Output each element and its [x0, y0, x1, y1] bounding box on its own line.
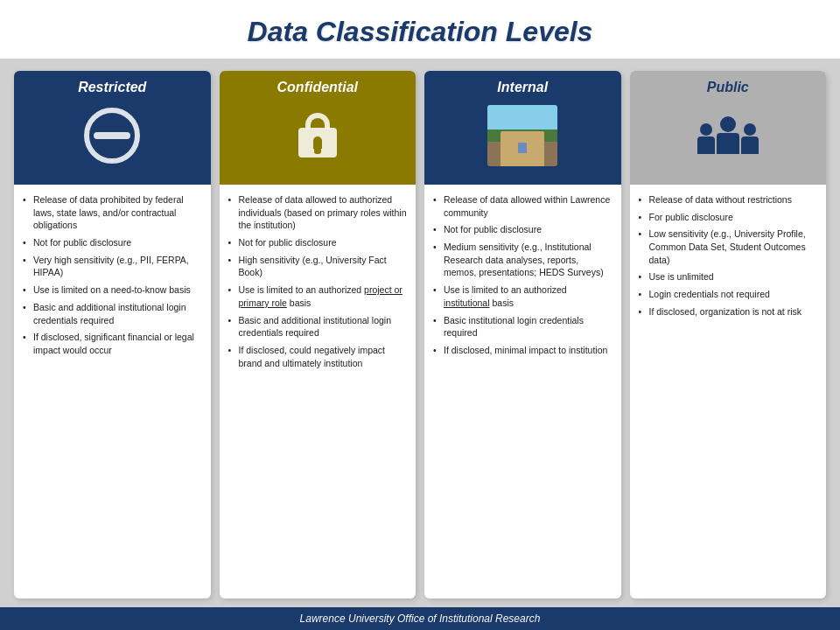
- col-body-internal: Release of data allowed within Lawrence …: [424, 185, 621, 598]
- person-body: [741, 136, 759, 154]
- lock-body: [298, 128, 337, 158]
- list-item: Use is limited to an authorized institut…: [433, 284, 612, 309]
- person-head: [700, 123, 712, 136]
- list-item: Use is limited on a need-to-know basis: [23, 284, 202, 297]
- list-item: Not for public disclosure: [433, 223, 612, 236]
- column-header-public: Public: [630, 71, 827, 185]
- title-area: Data Classification Levels: [0, 0, 840, 59]
- footer: Lawrence University Office of Institutio…: [0, 607, 840, 630]
- internal-list: Release of data allowed within Lawrence …: [433, 193, 612, 357]
- person-body: [717, 133, 739, 154]
- column-restricted: Restricted Release of data prohibited by…: [14, 71, 211, 598]
- lock-keyhole: [313, 136, 322, 149]
- list-item: If disclosed, could negatively impact br…: [228, 344, 408, 369]
- no-entry-icon: [84, 108, 140, 164]
- col-title-restricted: Restricted: [78, 80, 146, 95]
- list-item: Use is unlimited: [639, 270, 818, 284]
- person-head: [720, 116, 736, 132]
- list-item: Not for public disclosure: [23, 236, 202, 249]
- lock-shackle: [305, 113, 330, 129]
- restricted-icon-area: [77, 102, 147, 168]
- lock-icon: [298, 113, 337, 158]
- list-item: Use is limited to an authorized project …: [228, 284, 408, 309]
- person-icon-left: [697, 123, 715, 154]
- underline-institutional: institutional: [444, 298, 490, 308]
- confidential-list: Release of data allowed to authorized in…: [228, 193, 408, 369]
- col-body-confidential: Release of data allowed to authorized in…: [220, 185, 416, 598]
- list-item: Medium sensitivity (e.g., Institutional …: [433, 241, 612, 279]
- column-confidential: Confidential Release of data allowed to …: [220, 71, 416, 598]
- people-icon: [697, 116, 759, 154]
- column-header-restricted: Restricted: [14, 71, 211, 185]
- footer-text: Lawrence University Office of Institutio…: [300, 612, 541, 625]
- list-item: Low sensitivity (e.g., University Profil…: [639, 228, 818, 266]
- list-item: Release of data allowed to authorized in…: [228, 193, 408, 232]
- public-icon-area: [693, 102, 763, 168]
- list-item: Basic and additional institutional login…: [23, 301, 202, 326]
- page-title: Data Classification Levels: [0, 16, 840, 48]
- person-body: [697, 136, 715, 154]
- person-head: [744, 123, 756, 136]
- col-body-restricted: Release of data prohibited by federal la…: [14, 185, 211, 598]
- restricted-list: Release of data prohibited by federal la…: [23, 193, 202, 357]
- list-item: Basic institutional login credentials re…: [433, 314, 612, 340]
- person-icon-right: [741, 123, 759, 154]
- columns-area: Restricted Release of data prohibited by…: [0, 59, 840, 607]
- page: Data Classification Levels Restricted Re…: [0, 0, 840, 630]
- col-body-public: Release of data without restrictions For…: [630, 185, 827, 598]
- list-item: Release of data allowed within Lawrence …: [433, 193, 612, 219]
- list-item: Login credentials not required: [639, 288, 818, 301]
- list-item: If disclosed, significant financial or l…: [23, 331, 202, 356]
- list-item: Basic and additional institutional login…: [228, 314, 408, 340]
- list-item: If disclosed, organization is not at ris…: [639, 305, 818, 318]
- col-title-confidential: Confidential: [277, 80, 358, 95]
- public-list: Release of data without restrictions For…: [639, 193, 818, 318]
- list-item: High sensitivity (e.g., University Fact …: [228, 254, 408, 279]
- list-item: Very high sensitivity (e.g., PII, FERPA,…: [23, 254, 202, 279]
- person-icon-center: [717, 116, 739, 154]
- col-title-internal: Internal: [497, 80, 548, 95]
- building-icon: [487, 105, 557, 166]
- internal-icon-area: [487, 102, 557, 168]
- confidential-icon-area: [283, 102, 353, 168]
- list-item: Release of data prohibited by federal la…: [23, 193, 202, 232]
- col-title-public: Public: [707, 80, 749, 95]
- list-item: Release of data without restrictions: [639, 193, 818, 206]
- list-item: If disclosed, minimal impact to institut…: [433, 344, 612, 357]
- list-item: Not for public disclosure: [228, 236, 408, 249]
- column-internal: Internal Release of data allowed within …: [424, 71, 621, 598]
- underline-text: project or primary role: [239, 284, 402, 308]
- column-public: Public: [630, 71, 827, 598]
- column-header-confidential: Confidential: [220, 71, 416, 185]
- list-item: For public disclosure: [639, 211, 818, 224]
- column-header-internal: Internal: [424, 71, 621, 185]
